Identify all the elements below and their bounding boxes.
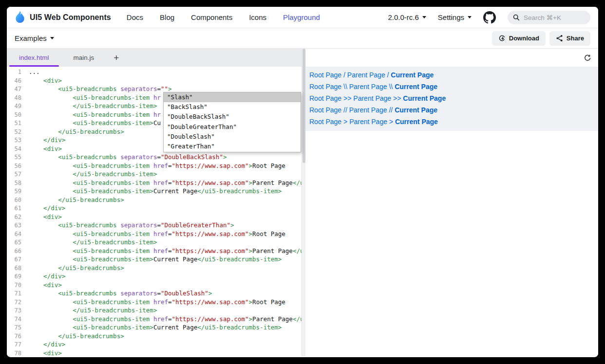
- code-token: [29, 307, 73, 314]
- code-token: Current Page: [153, 255, 197, 263]
- breadcrumb-link[interactable]: Parent Page: [349, 83, 387, 91]
- code-line[interactable]: 61 </div>: [7, 204, 305, 213]
- code-line[interactable]: 64 <ui5-breadcrumbs-item href="https://w…: [7, 230, 305, 238]
- code-line[interactable]: 78 <div>: [7, 349, 305, 357]
- code-token: [29, 247, 73, 255]
- code-line[interactable]: 66 <ui5-breadcrumbs-item href="https://w…: [7, 247, 305, 255]
- autocomplete-item[interactable]: "BackSlash": [164, 102, 301, 112]
- nav-item-icons[interactable]: Icons: [249, 13, 266, 21]
- tab-main-js[interactable]: main.js: [61, 49, 107, 67]
- code-line[interactable]: 68 </ui5-breadcrumbs>: [7, 264, 305, 273]
- nav-item-blog[interactable]: Blog: [160, 13, 174, 21]
- breadcrumb-link[interactable]: Root Page: [309, 71, 341, 79]
- code-token: [29, 281, 43, 289]
- editor-scrollbar[interactable]: [302, 49, 305, 356]
- search-input[interactable]: Search ⌘+K: [508, 11, 590, 24]
- autocomplete-item[interactable]: "DoubleGreaterThan": [164, 122, 301, 132]
- code-line[interactable]: 73 </ui5-breadcrumbs-item>: [7, 306, 305, 315]
- nav-item-docs[interactable]: Docs: [127, 13, 143, 21]
- tab-index-html[interactable]: index.html: [7, 49, 61, 67]
- brand[interactable]: UI5 Web Components: [15, 11, 111, 24]
- code-line[interactable]: 76 </ui5-breadcrumbs>: [7, 332, 305, 341]
- share-button[interactable]: Share: [549, 31, 590, 46]
- code-line[interactable]: 58 <ui5-breadcrumbs-item href="https://w…: [7, 179, 305, 187]
- breadcrumb-link[interactable]: Root Page: [309, 83, 341, 91]
- code-line[interactable]: 75 <ui5-breadcrumbs-item>Current Page</u…: [7, 323, 305, 332]
- code-token: "DoubleBackSlash": [161, 153, 223, 161]
- line-number: 68: [7, 264, 21, 273]
- code-token: [29, 136, 43, 144]
- download-icon: [498, 35, 506, 42]
- breadcrumb-current: Current Page: [391, 71, 434, 79]
- autocomplete-item[interactable]: "DoubleSlash": [164, 132, 301, 142]
- breadcrumb-link[interactable]: Parent Page: [353, 94, 391, 102]
- settings-dropdown[interactable]: Settings: [438, 13, 472, 21]
- search-icon: [513, 14, 520, 21]
- editor-scrollbar-thumb[interactable]: [302, 49, 305, 163]
- brand-title: UI5 Web Components: [30, 13, 111, 22]
- code-token: [29, 119, 73, 127]
- code-line[interactable]: 65 </ui5-breadcrumbs-item>: [7, 238, 305, 247]
- code-line[interactable]: 1...: [7, 68, 305, 76]
- code-token: </div>: [43, 341, 65, 348]
- version-dropdown[interactable]: 2.0.0-rc.6: [388, 13, 426, 21]
- code-line[interactable]: 46 <div>: [7, 76, 305, 85]
- line-number: 47: [7, 85, 21, 94]
- code-line[interactable]: 56 <ui5-breadcrumbs-item href="https://w…: [7, 162, 305, 170]
- code-line[interactable]: 48 <ui5-breadcrumbs-item hr"Slash""BackS…: [7, 93, 305, 102]
- code-token: Current Page: [153, 187, 197, 195]
- code-line[interactable]: 71 <ui5-breadcrumbs separators="DoubleSl…: [7, 289, 305, 298]
- code-line[interactable]: 59 <ui5-breadcrumbs-item>Current Page</u…: [7, 187, 305, 196]
- code-line[interactable]: 72 <ui5-breadcrumbs-item href="https://w…: [7, 298, 305, 307]
- code-line[interactable]: 77 </div>: [7, 340, 305, 349]
- github-link[interactable]: [483, 11, 496, 24]
- share-label: Share: [567, 35, 584, 42]
- new-tab-button[interactable]: +: [106, 49, 126, 67]
- code-token: [29, 238, 73, 246]
- line-number: 51: [7, 119, 21, 128]
- autocomplete-item[interactable]: "DoubleBackSlash": [164, 112, 301, 122]
- code-line[interactable]: 74 <ui5-breadcrumbs-item href="https://w…: [7, 315, 305, 324]
- code-token: [29, 102, 73, 109]
- code-line[interactable]: 63 <ui5-breadcrumbs separators="DoubleGr…: [7, 221, 305, 230]
- code-area[interactable]: 1...46 <div>47 <ui5-breadcrumbs separato…: [7, 67, 305, 356]
- breadcrumb-link[interactable]: Parent Page: [349, 106, 387, 114]
- code-token: [29, 196, 58, 203]
- breadcrumb-link[interactable]: Parent Page: [349, 118, 387, 126]
- code-token: [29, 341, 43, 348]
- breadcrumb-link[interactable]: Root Page: [309, 118, 341, 126]
- breadcrumb-link[interactable]: Root Page: [309, 106, 341, 114]
- autocomplete-item[interactable]: "Slash": [164, 92, 301, 102]
- breadcrumb-current: Current Page: [395, 106, 437, 114]
- code-line[interactable]: 57 </ui5-breadcrumbs-item>: [7, 170, 305, 179]
- autocomplete-item[interactable]: "GreaterThan": [164, 142, 301, 151]
- code-token: <ui5-breadcrumbs-item: [73, 315, 150, 323]
- code-token: </ui5-breadcrumbs-item>: [73, 170, 157, 178]
- breadcrumb-row: Root Page > Parent Page > Current Page: [309, 116, 594, 127]
- examples-dropdown[interactable]: Examples: [15, 34, 54, 42]
- nav-item-playground[interactable]: Playground: [283, 13, 320, 21]
- breadcrumb-link[interactable]: Root Page: [309, 94, 341, 102]
- refresh-button[interactable]: [584, 54, 591, 62]
- code-line[interactable]: 55 <ui5-breadcrumbs separators="DoubleBa…: [7, 153, 305, 162]
- nav-item-components[interactable]: Components: [191, 13, 232, 21]
- code-line[interactable]: 67 <ui5-breadcrumbs-item>Current Page</u…: [7, 255, 305, 264]
- code-token: [29, 128, 58, 135]
- code-line[interactable]: 60 </ui5-breadcrumbs>: [7, 196, 305, 204]
- code-token: "https://www.sap.com": [172, 298, 249, 306]
- code-token: [29, 162, 73, 169]
- code-token: >: [249, 247, 253, 255]
- download-button[interactable]: Download: [492, 31, 546, 46]
- breadcrumb-separator: >: [341, 118, 349, 126]
- line-number: 55: [7, 153, 21, 162]
- code-token: <ui5-breadcrumbs-item: [73, 162, 150, 169]
- code-token: [29, 153, 58, 161]
- code-token: </ui5-breadcrumbs-item>: [73, 307, 157, 314]
- code-line[interactable]: 62 <div>: [7, 213, 305, 221]
- breadcrumb-separator: >>: [341, 94, 353, 102]
- breadcrumb-link[interactable]: Parent Page: [347, 71, 385, 79]
- code-line[interactable]: 69 </div>: [7, 272, 305, 281]
- code-line[interactable]: 70 <div>: [7, 281, 305, 290]
- breadcrumb-row: Root Page // Parent Page // Current Page: [309, 104, 594, 116]
- code-token: <div>: [43, 77, 62, 84]
